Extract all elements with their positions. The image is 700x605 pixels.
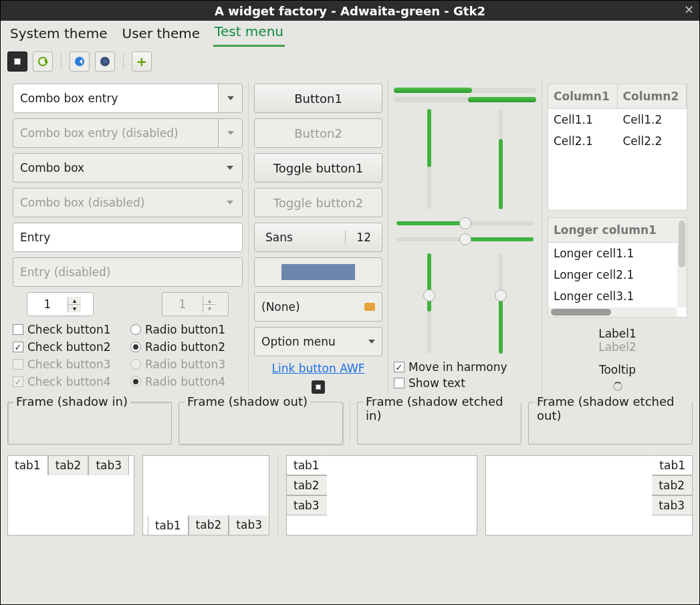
main-area: Combo box entry Combo box entry (disable… [1,76,699,396]
tree-header[interactable]: Column1 Column2 [548,84,687,109]
chevron-down-icon [218,189,242,217]
vertical-scale-group [394,253,536,354]
column-header-2[interactable]: Column2 [618,84,687,108]
combo-box-disabled: Combo box (disabled) [13,188,243,217]
titlebar: A widget factory - Adwaita-green - Gtk2 … [1,1,699,21]
button-2: Button2 [254,118,382,148]
vertical-scrollbar[interactable] [677,218,687,308]
tab-3[interactable]: tab3 [229,515,269,535]
tab-2[interactable]: tab2 [48,455,89,475]
spin-down-icon[interactable]: ▾ [68,305,81,312]
tab-2[interactable]: tab2 [286,475,327,495]
radio-button-2[interactable]: Radio button2 [130,340,243,354]
chevron-down-icon[interactable] [218,154,242,182]
radio-label: Radio button3 [145,358,225,371]
add-icon[interactable]: + [132,51,152,72]
show-text-check[interactable]: Show text [394,376,536,390]
menu-system-theme[interactable]: System theme [9,21,109,47]
radio-button-1[interactable]: Radio button1 [130,323,243,336]
column-header-long[interactable]: Longer column1 [548,218,687,243]
spin-value[interactable] [27,297,68,312]
slider-thumb[interactable] [423,289,435,301]
table-row[interactable]: Cell1.1Cell1.2 [548,109,687,130]
menu-test-menu[interactable]: Test menu [213,19,285,47]
checkbox-icon [13,376,23,387]
checkbox-icon[interactable] [394,362,404,372]
globe-icon[interactable] [95,51,115,72]
move-in-harmony-check[interactable]: Move in harmony [394,360,536,374]
tabs: tab1 tab2 tab3 [652,455,693,515]
spin-button[interactable]: ▴▾ [27,292,94,316]
font-button[interactable]: Sans 12 [254,223,382,252]
radio-icon[interactable] [130,324,141,335]
slider-thumb[interactable] [459,217,471,229]
button-1[interactable]: Button1 [254,84,382,113]
combo-box-entry-text: Combo box entry [20,92,118,105]
checkbox-icon[interactable] [13,324,23,335]
combo-box-text: Combo box [20,161,84,174]
label-stack: Label1 Label2 Tooltip [548,327,687,394]
refresh-glyph-icon [38,57,47,66]
label-2: Label2 [548,340,687,354]
back-icon[interactable] [70,51,90,72]
check-button-1[interactable]: Check button1 [13,323,125,336]
vertical-progress-1 [427,109,431,209]
column-lists: Column1 Column2 Cell1.1Cell1.2 Cell2.1Ce… [542,81,693,396]
list-item[interactable]: Longer cell3.1 [548,285,687,305]
column-scales: Move in harmony Show text [388,81,542,396]
color-button[interactable] [254,257,382,287]
toggle-button-1[interactable]: Toggle button1 [254,153,382,183]
tab-1[interactable]: tab1 [652,455,693,475]
spin-up-icon[interactable]: ▴ [68,297,81,305]
about-icon[interactable] [312,380,325,394]
column-header-1[interactable]: Column1 [548,84,618,108]
checkbox-icon[interactable] [394,378,404,388]
panel-icon[interactable] [7,51,27,72]
slider-thumb[interactable] [459,233,471,245]
list-item[interactable]: Longer cell2.1 [548,264,687,285]
column-entries: Combo box entry Combo box entry (disable… [7,81,248,396]
slider-thumb[interactable] [495,289,507,301]
frame-shadow-in: Frame (shadow in) [7,402,172,445]
close-icon[interactable]: × [684,3,694,15]
tab-3[interactable]: tab3 [88,455,129,475]
tab-2[interactable]: tab2 [189,515,229,535]
scrollbar-thumb[interactable] [679,221,685,267]
tree-view-1[interactable]: Column1 Column2 Cell1.1Cell1.2 Cell2.1Ce… [548,84,687,211]
combo-box[interactable]: Combo box [13,153,243,183]
tree-view-2[interactable]: Longer column1 Longer cell1.1 Longer cel… [548,217,687,318]
tab-2[interactable]: tab2 [652,475,693,495]
vertical-scale-2[interactable] [499,253,503,354]
menu-user-theme[interactable]: User theme [121,21,202,47]
link-button[interactable]: Link button AWF [254,362,382,375]
list-item[interactable]: Longer cell1.1 [548,243,687,264]
file-chooser-button[interactable]: (None) [254,292,382,322]
radio-icon[interactable] [130,342,141,352]
tab-3[interactable]: tab3 [652,495,693,515]
tab-1[interactable]: tab1 [7,455,48,475]
vertical-scale-1[interactable] [427,253,431,354]
globe-glyph-icon [100,57,110,66]
option-menu[interactable]: Option menu [254,327,382,356]
checkbox-icon[interactable] [13,342,23,352]
refresh-icon[interactable] [33,51,53,72]
combo-box-entry-disabled-text: Combo box entry (disabled) [20,126,179,140]
scrollbar-thumb[interactable] [551,309,611,316]
toolbar-separator [61,53,62,70]
tab-3[interactable]: tab3 [286,495,327,515]
combo-box-entry[interactable]: Combo box entry [13,84,243,113]
tab-1[interactable]: tab1 [148,515,189,535]
horizontal-scale-2[interactable] [396,237,534,241]
table-row[interactable]: Cell2.1Cell2.2 [548,130,687,152]
chevron-down-icon[interactable] [218,84,242,112]
tab-1[interactable]: tab1 [286,455,327,475]
horizontal-scale-1[interactable] [396,221,534,225]
toggle-button-2: Toggle button2 [254,188,382,217]
check-label: Show text [409,376,465,390]
check-button-2[interactable]: Check button2 [13,340,125,354]
notebook-tabs-left: tab1 tab2 tab3 [286,455,477,535]
spin-steppers[interactable]: ▴▾ [68,297,81,312]
horizontal-scrollbar[interactable] [548,308,677,317]
progress-bar-2 [394,97,536,102]
entry-input[interactable]: Entry [13,223,243,252]
